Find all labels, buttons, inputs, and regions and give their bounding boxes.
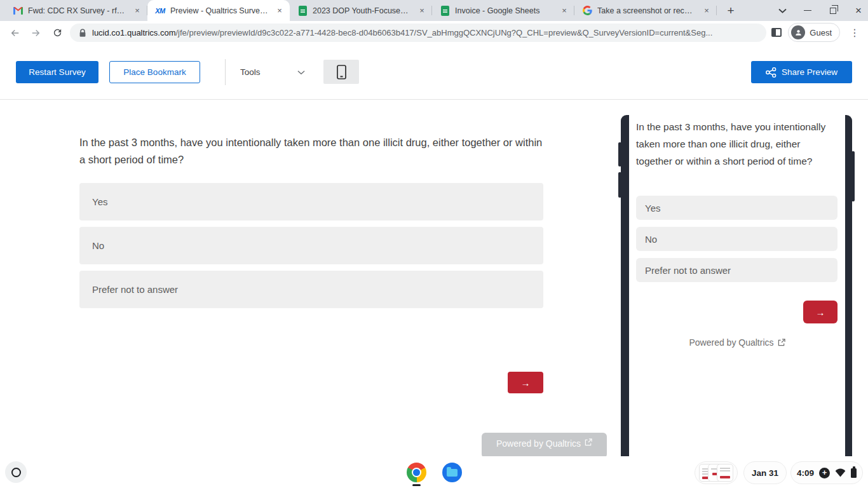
tab-google-search[interactable]: Take a screenshot or record yo × — [574, 0, 717, 21]
tab-close-icon[interactable]: × — [702, 6, 712, 16]
browser-toolbar: lucid.co1.qualtrics.com/jfe/preview/prev… — [0, 21, 868, 44]
clock-label: 4:09 — [797, 468, 814, 478]
reload-icon[interactable] — [48, 24, 66, 42]
share-preview-button[interactable]: Share Preview — [751, 61, 852, 83]
tab-close-icon[interactable]: × — [417, 6, 427, 16]
tab-strip: Fwd: CDC RX Survey - rfrimpon × XM Previ… — [0, 0, 868, 21]
files-app-icon[interactable] — [442, 463, 462, 482]
preview-toolbar: Restart Survey Place Bookmark Tools Shar… — [0, 44, 868, 100]
notification-count-icon: + — [819, 468, 830, 478]
tab-list-chevron-icon[interactable] — [776, 5, 788, 17]
powered-by-label: Powered by Qualtrics — [689, 337, 773, 348]
survey-question: In the past 3 months, have you intention… — [79, 134, 545, 168]
external-link-icon — [778, 339, 785, 346]
shelf: Jan 31 4:09 + — [0, 456, 868, 488]
lock-icon — [79, 29, 86, 37]
tab-title: 2023 DOP Youth-Focused Env — [313, 6, 412, 15]
tab-gmail[interactable]: Fwd: CDC RX Survey - rfrimpon × — [5, 0, 147, 21]
battery-icon — [851, 468, 857, 478]
launcher-button[interactable] — [5, 461, 27, 483]
browser-menu-icon[interactable]: ⋮ — [846, 27, 863, 39]
share-preview-label: Share Preview — [782, 67, 837, 77]
address-bar[interactable]: lucid.co1.qualtrics.com/jfe/preview/prev… — [70, 24, 766, 42]
share-icon — [766, 67, 776, 78]
phone-icon — [337, 65, 346, 79]
mobile-survey-question: In the past 3 months, have you intention… — [636, 118, 838, 170]
option-yes[interactable]: Yes — [79, 183, 543, 220]
avatar — [791, 25, 805, 39]
sheets-icon — [297, 6, 308, 16]
google-icon — [582, 6, 592, 16]
guest-profile-button[interactable]: Guest — [788, 23, 840, 42]
powered-by-qualtrics-badge[interactable]: Powered by Qualtrics — [482, 433, 607, 458]
tab-title: Take a screenshot or record yo — [597, 6, 696, 15]
phone-frame-left — [621, 115, 629, 488]
launcher-icon — [11, 468, 21, 477]
tab-title: Preview - Qualtrics Survey | Qu — [170, 6, 269, 15]
mobile-option-prefer-not-to-answer[interactable]: Prefer not to answer — [636, 258, 837, 282]
mobile-option-no[interactable]: No — [636, 227, 837, 251]
external-link-icon — [585, 438, 592, 446]
tab-qualtrics-preview[interactable]: XM Preview - Qualtrics Survey | Qu × — [147, 0, 290, 21]
option-no[interactable]: No — [79, 227, 543, 264]
tab-sheets-dop[interactable]: 2023 DOP Youth-Focused Env × — [290, 0, 432, 21]
place-bookmark-button[interactable]: Place Bookmark — [109, 61, 200, 83]
tab-close-icon[interactable]: × — [275, 6, 285, 16]
forward-icon[interactable] — [27, 24, 44, 42]
tab-close-icon[interactable]: × — [559, 6, 569, 16]
option-prefer-not-to-answer[interactable]: Prefer not to answer — [79, 271, 543, 308]
next-button[interactable]: → — [508, 372, 543, 393]
toolbar-divider — [225, 59, 226, 85]
tab-sheets-invoice[interactable]: Invoice - Google Sheets × — [432, 0, 574, 21]
mobile-option-yes[interactable]: Yes — [636, 196, 837, 220]
tab-title: Invoice - Google Sheets — [455, 6, 554, 15]
powered-by-label: Powered by Qualtrics — [496, 438, 581, 449]
restart-survey-button[interactable]: Restart Survey — [16, 61, 98, 83]
status-tray[interactable]: 4:09 + — [790, 461, 863, 484]
phone-volume-button — [618, 142, 621, 166]
tools-label: Tools — [240, 67, 261, 77]
guest-label: Guest — [810, 28, 832, 37]
mobile-next-button[interactable]: → — [803, 301, 837, 323]
chevron-down-icon — [297, 70, 305, 75]
date-label: Jan 31 — [752, 468, 778, 478]
wifi-icon — [835, 468, 846, 477]
window-close-button[interactable]: × — [853, 5, 864, 17]
side-panel-icon[interactable] — [771, 28, 782, 37]
tab-title: Fwd: CDC RX Survey - rfrimpon — [28, 6, 127, 15]
minimize-button[interactable] — [802, 5, 813, 17]
gmail-icon — [13, 6, 23, 16]
mobile-device-toggle-button[interactable] — [323, 60, 359, 84]
back-icon[interactable] — [6, 24, 24, 42]
xm-icon: XM — [155, 6, 165, 16]
new-tab-button[interactable]: + — [722, 2, 740, 20]
phone-volume-button — [618, 172, 621, 198]
phone-power-button — [851, 151, 855, 201]
sheets-icon — [440, 6, 450, 16]
chrome-app-icon[interactable] — [407, 463, 426, 482]
url-text: lucid.co1.qualtrics.com/jfe/preview/prev… — [92, 28, 712, 37]
holding-space-tray[interactable] — [695, 461, 738, 484]
running-app-indicator — [412, 484, 421, 486]
mobile-powered-by-qualtrics[interactable]: Powered by Qualtrics — [629, 337, 845, 348]
tools-dropdown[interactable]: Tools — [240, 61, 305, 83]
restore-button[interactable] — [827, 5, 839, 17]
screenshot-thumbnail — [717, 464, 733, 482]
tab-close-icon[interactable]: × — [132, 6, 142, 16]
calendar-date-button[interactable]: Jan 31 — [743, 461, 787, 484]
